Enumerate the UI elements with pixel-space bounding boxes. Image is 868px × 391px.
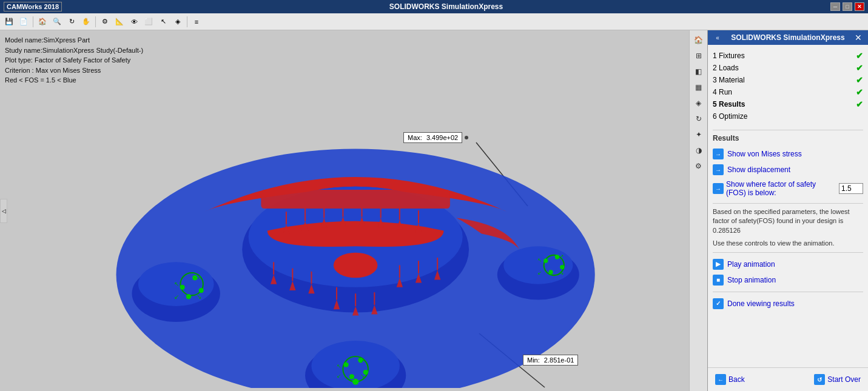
show-displacement-btn[interactable]: → Show displacement (713, 162, 863, 178)
toolbar: 💾 📄 🏠 🔍 ↻ ✋ ⚙ 📐 👁 ⬜ ↖ ◈ ≡ (0, 13, 868, 30)
divider-1 (713, 130, 863, 130)
title-bar: CAMWorks 2018 SOLIDWORKS SimulationXpres… (0, 0, 868, 13)
left-collapse-tab[interactable]: ◁ (0, 199, 7, 223)
stop-label: Stop animation (727, 276, 776, 284)
divider-3 (713, 252, 863, 253)
title-controls[interactable]: ─ □ ✕ (830, 2, 864, 11)
viewport[interactable]: Model name:SimXpress Part Study name:Sim… (0, 30, 689, 391)
play-label: Play animation (727, 260, 775, 269)
toolbar-display[interactable]: ◈ (171, 15, 184, 28)
simxpress-panel: « SOLIDWORKS SimulationXpress ✕ 1 Fixtur… (707, 30, 868, 391)
svg-point-69 (352, 378, 358, 384)
toolbar-zoom[interactable]: 🔍 (50, 15, 64, 28)
tool-section[interactable]: ▦ (691, 80, 706, 95)
svg-text:↙: ↙ (174, 293, 179, 300)
toolbar-save[interactable]: 💾 (2, 15, 16, 28)
stop-animation-btn[interactable]: ■ Stop animation (713, 272, 863, 288)
svg-text:↗: ↗ (559, 253, 564, 259)
min-value: 2.851e-01 (544, 356, 574, 364)
toolbar-layers[interactable]: ≡ (190, 15, 203, 28)
tool-3d[interactable]: ✦ (691, 127, 706, 142)
tool-zoom-fit[interactable]: ⊞ (691, 48, 706, 63)
svg-rect-45 (261, 190, 450, 209)
minimize-button[interactable]: ─ (830, 2, 840, 11)
restore-button[interactable]: □ (843, 2, 852, 11)
svg-text:↗: ↗ (360, 358, 365, 364)
step-5-check: ✔ (856, 99, 863, 109)
step-2-label: 2 Loads (713, 64, 856, 72)
study-name: Study name:SimulationXpress Study(-Defau… (5, 45, 143, 56)
play-animation-btn[interactable]: ▶ Play animation (713, 256, 863, 272)
tool-display[interactable]: ◈ (691, 96, 706, 110)
step-4: 4 Run ✔ (713, 86, 863, 98)
min-callout: Min: 2.851e-01 (523, 355, 578, 366)
max-callout-box: Max: 3.499e+02 (403, 132, 462, 143)
toolbar-new[interactable]: 📄 (17, 15, 30, 28)
info-text-1: Based on the specified parameters, the l… (713, 207, 863, 235)
min-callout-box: Min: 2.851e-01 (523, 355, 578, 366)
step-4-label: 4 Run (713, 88, 856, 96)
tool-prev-view[interactable]: ◧ (691, 64, 706, 79)
panel-header: « SOLIDWORKS SimulationXpress ✕ (708, 30, 868, 45)
fos-row: → Show where factor of safety (FOS) is b… (713, 178, 863, 199)
max-callout: Max: 3.499e+02 (403, 132, 468, 143)
model-name: Model name:SimXpress Part (5, 35, 143, 45)
svg-point-56 (543, 259, 548, 263)
panel-footer: ← Back ↺ Start Over (708, 367, 868, 391)
fos-icon: → (713, 183, 724, 194)
toolbar-settings[interactable]: ⚙ (98, 15, 112, 28)
show-von-mises-btn[interactable]: → Show von Mises stress (713, 146, 863, 162)
stop-icon: ■ (713, 275, 724, 286)
svg-text:↘: ↘ (559, 270, 564, 276)
step-5-label: 5 Results (713, 100, 856, 109)
svg-point-59 (548, 270, 553, 274)
done-viewing-btn[interactable]: ✓ Done viewing results (713, 296, 863, 312)
max-value: 3.499e+02 (426, 134, 458, 141)
displacement-label: Show displacement (727, 165, 790, 174)
step-5: 5 Results ✔ (713, 98, 863, 110)
toolbar-select[interactable]: ↖ (156, 15, 170, 28)
back-button[interactable]: ← Back (713, 373, 747, 386)
start-over-label: Start Over (827, 375, 861, 384)
tool-home[interactable]: 🏠 (691, 33, 706, 47)
svg-point-74 (334, 253, 378, 278)
toolbar-rotate[interactable]: ↻ (65, 15, 78, 28)
main-area: Model name:SimXpress Part Study name:Sim… (0, 30, 868, 391)
tool-options[interactable]: ⚙ (691, 159, 706, 173)
info-text-2: Use these controls to view the animation… (713, 239, 863, 248)
svg-text:↘: ↘ (197, 293, 201, 300)
panel-title: SOLIDWORKS SimulationXpress (722, 33, 853, 42)
sidebar-tools: 🏠 ⊞ ◧ ▦ ◈ ↻ ✦ ◑ ⚙ (689, 30, 707, 391)
svg-point-58 (560, 265, 564, 269)
3d-model: ↖ ↗ ↘ ↙ ↖ ↗ ↘ ↙ (18, 61, 655, 388)
close-button[interactable]: ✕ (855, 2, 864, 11)
window-title: SOLIDWORKS SimulationXpress (62, 2, 830, 11)
svg-text:↙: ↙ (337, 373, 341, 379)
step-1: 1 Fixtures ✔ (713, 50, 863, 62)
svg-point-49 (199, 288, 204, 293)
toolbar-home[interactable]: 🏠 (36, 15, 49, 28)
fos-input[interactable] (839, 183, 863, 194)
toolbar-view[interactable]: 👁 (127, 15, 141, 28)
step-3-label: 3 Material (713, 76, 856, 84)
von-mises-icon: → (713, 149, 724, 159)
toolbar-measure[interactable]: 📐 (113, 15, 126, 28)
title-bar-left: CAMWorks 2018 (4, 2, 62, 12)
svg-point-47 (180, 285, 184, 290)
panel-close-button[interactable]: ✕ (853, 33, 863, 42)
panel-expand-button[interactable]: « (713, 33, 722, 42)
svg-text:↘: ↘ (360, 373, 365, 379)
toolbar-section[interactable]: ⬜ (142, 15, 155, 28)
svg-point-68 (349, 374, 354, 379)
toolbar-sep-2 (95, 16, 96, 27)
step-1-check: ✔ (856, 51, 863, 61)
toolbar-pan[interactable]: ✋ (79, 15, 93, 28)
tool-appearance[interactable]: ◑ (691, 143, 706, 158)
panel-body: 1 Fixtures ✔ 2 Loads ✔ 3 Material ✔ 4 Ru… (708, 45, 868, 367)
tool-rotate-view[interactable]: ↻ (691, 112, 706, 126)
step-6-check: ✔ (856, 112, 863, 121)
start-over-button[interactable]: ↺ Start Over (812, 373, 863, 386)
step-2-check: ✔ (856, 63, 863, 73)
step-1-label: 1 Fixtures (713, 52, 856, 60)
max-dot (465, 136, 468, 139)
